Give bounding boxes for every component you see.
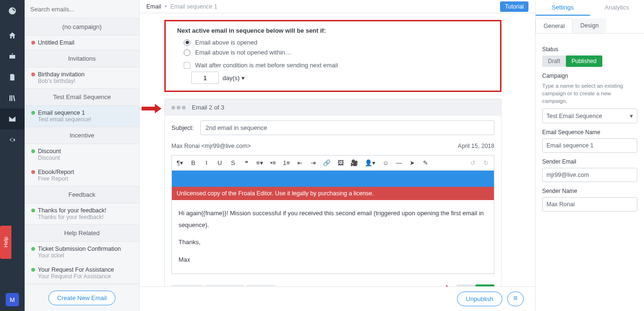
radio-icon [184,39,190,46]
nav-library[interactable] [0,88,25,109]
editor-selection-band [172,171,494,187]
tab-settings[interactable]: Settings [536,0,590,16]
license-banner: Unlicensed copy of the Froala Editor. Us… [172,187,494,200]
crumb-name: Email sequence 1 [170,3,217,10]
status-toggle[interactable]: Draft Published [542,55,637,67]
toolbar-button[interactable]: 👤▾ [365,159,376,166]
toolbar-button[interactable]: ☺ [382,159,389,166]
campaign-label: Campaign [542,73,637,79]
nav-settings[interactable] [0,129,25,150]
status-dot-icon [31,111,35,115]
toolbar-button[interactable]: •≡ [270,159,277,166]
radio-not-opened[interactable]: Email above is not opened within… [184,49,489,56]
seqname-label: Email Sequence Name [542,129,637,136]
move-down-button[interactable]: move down [206,285,244,286]
sender-email-input[interactable] [542,168,637,182]
tutorial-button[interactable]: Tutorial [500,1,528,12]
date-label: April 15, 2018 [458,143,494,149]
toolbar-button[interactable]: U [216,159,223,166]
subject-input[interactable] [200,120,494,135]
toolbar-button[interactable]: 🎥 [350,159,358,166]
toggle-on[interactable]: On [475,284,494,286]
toolbar-button[interactable]: 🔗 [323,159,331,166]
move-up-button[interactable]: move up [171,285,203,286]
sender-email-label: Sender Email [542,158,637,165]
toolbar-button[interactable]: S [230,159,236,166]
condition-box: Next active email in sequence below will… [164,20,501,92]
wait-days-input[interactable] [191,72,219,84]
toolbar-button[interactable]: ❝ [243,159,250,166]
editor-body[interactable]: Hi again{{fname}}! Mission successful if… [172,200,494,274]
search-input[interactable] [30,6,134,13]
status-dot-icon [31,247,35,251]
toolbar-button[interactable]: — [395,159,402,166]
drag-handle-icon[interactable] [171,104,187,111]
nav-email[interactable] [0,109,25,129]
sidebar-item[interactable]: Email sequence 1Test email sequence! [25,106,139,127]
from-label: Max Ronai <mjr99@live.com> [171,143,251,149]
status-published[interactable]: Published [566,55,602,67]
status-label: Status [542,46,637,53]
sidebar-group-header: Help Related [25,224,139,242]
user-avatar[interactable]: M [6,293,19,306]
status-draft[interactable]: Draft [542,55,566,67]
sidebar-item[interactable]: Untitled Email [25,36,139,50]
help-tab[interactable]: Help [0,226,11,259]
email-card: Email 2 of 3 Subject: Max Ronai <mjr99@l… [164,99,501,286]
subtab-design[interactable]: Design [572,18,606,33]
create-email-button[interactable]: Create New Email [48,291,116,305]
sidebar-item[interactable]: Ebook/ReportFree Report [25,165,139,186]
condition-heading: Next active email in sequence below will… [177,27,489,34]
sidebar-item[interactable]: Birthday invitationBob's birthday! [25,67,139,88]
toolbar-button[interactable]: ⇥ [310,159,316,166]
sidebar-item[interactable]: DiscountDiscount [25,144,139,165]
status-dot-icon [31,209,35,212]
subtab-general[interactable]: General [536,18,572,33]
seqname-input[interactable] [542,138,637,153]
status-dot-icon [31,41,35,45]
more-menu-button[interactable]: ≡ [507,292,524,306]
sidebar-group-header: Invitations [25,50,139,67]
toolbar-button[interactable]: B [190,159,197,166]
remove-button[interactable]: remove [247,285,275,286]
annotation-arrow-icon [142,103,161,116]
status-dot-icon [31,73,35,76]
toolbar-button[interactable]: ⇤ [296,159,303,166]
settings-panel: Settings Analytics General Design Status… [535,0,644,311]
toolbar-button[interactable]: ✎ [422,159,429,166]
sidebar-item[interactable]: Thanks for your feedback!Thanks for your… [25,203,139,224]
nav-bots[interactable] [0,46,25,67]
email-sidebar: (no campaign)Untitled EmailInvitationsBi… [25,0,140,311]
nav-pages[interactable] [0,67,25,88]
nav-rail: Help M [0,0,25,311]
sidebar-group-header: Incentive [25,127,139,144]
on-off-toggle[interactable]: Off On [456,284,494,286]
rich-editor: ¶▾BIUS❝≡▾•≡1≡⇤⇥🔗🖼🎥👤▾☺—➤✎↺↻ Unlicensed co… [171,155,494,274]
toolbar-button[interactable]: ↺ [469,159,476,166]
sidebar-group-header: Test Email Sequence [25,88,139,106]
campaign-hint: Type a name to select an existing campai… [542,82,637,105]
toolbar-button[interactable]: ¶▾ [177,159,183,166]
sender-name-input[interactable] [542,197,637,211]
sidebar-group-header: Feedback [25,186,139,203]
wait-checkbox-row[interactable]: Wait after condition is met before sendi… [184,62,489,69]
wait-unit-dropdown[interactable]: day(s) ▾ [223,74,245,82]
app-logo [8,3,17,25]
toolbar-button[interactable]: ≡▾ [256,159,263,166]
toolbar-button[interactable]: ↻ [483,159,489,166]
toolbar-button[interactable]: I [203,159,210,166]
tab-analytics[interactable]: Analytics [590,0,644,16]
sidebar-group-header: (no campaign) [25,18,139,36]
nav-home[interactable] [0,25,25,46]
campaign-select[interactable]: Test Email Sequence▾ [542,109,637,123]
radio-opened[interactable]: Email above is opened [184,39,489,46]
toolbar-button[interactable]: ➤ [409,159,415,166]
sidebar-item[interactable]: Ticket Submission ConfirmationYour ticke… [25,242,139,263]
status-dot-icon [31,170,35,174]
status-dot-icon [31,268,35,272]
sidebar-item[interactable]: Your Request For AssistanceYour Request … [25,263,139,284]
toggle-off[interactable]: Off [456,284,475,286]
toolbar-button[interactable]: 1≡ [283,159,290,166]
toolbar-button[interactable]: 🖼 [337,159,344,166]
unpublish-button[interactable]: Unpublish [457,292,502,306]
